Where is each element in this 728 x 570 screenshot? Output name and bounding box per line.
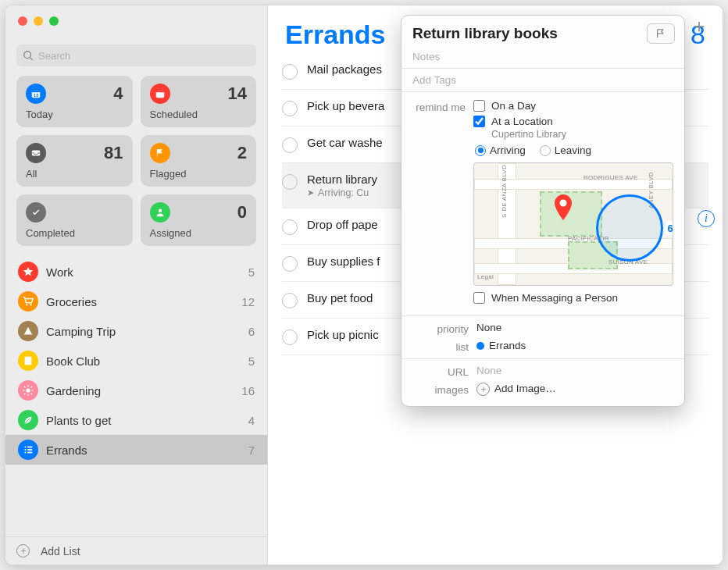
- list-title: Errands: [285, 20, 386, 50]
- sun-icon: [18, 380, 38, 401]
- svg-point-22: [24, 451, 26, 453]
- svg-rect-25: [27, 452, 32, 454]
- leaf-icon: [18, 410, 38, 430]
- svg-point-26: [560, 200, 567, 207]
- sidebar-item-book-club[interactable]: Book Club5: [5, 346, 267, 376]
- list-item-label: Plants to get: [46, 414, 111, 427]
- minimize-icon[interactable]: [34, 16, 43, 26]
- radius-distance: 670 feet: [666, 221, 673, 236]
- list-item-count: 16: [241, 384, 255, 397]
- arriving-radio[interactable]: Arriving: [475, 144, 526, 156]
- sidebar: Search 13 4 Today 14 Scheduled: [5, 5, 268, 565]
- location-name: Cupertino Library: [491, 129, 673, 140]
- complete-toggle[interactable]: [282, 293, 298, 308]
- details-title[interactable]: Return library books: [412, 25, 641, 42]
- on-a-day-checkbox[interactable]: On a Day: [473, 100, 673, 112]
- complete-toggle[interactable]: [282, 64, 298, 80]
- at-location-label: At a Location: [491, 116, 553, 127]
- new-reminder-button[interactable]: ＋: [690, 13, 708, 38]
- location-map[interactable]: S DE ANZA BLVD RODRIGUES AVE ANEY BLVD P…: [473, 162, 673, 286]
- reminders-window: Search 13 4 Today 14 Scheduled: [5, 5, 723, 565]
- list-item-label: Camping Trip: [46, 325, 116, 338]
- images-label: images: [412, 383, 476, 396]
- list-color-dot-icon: [476, 342, 484, 350]
- svg-point-21: [24, 449, 26, 451]
- legal-label: Legal: [477, 273, 494, 280]
- sidebar-item-groceries[interactable]: Groceries12: [5, 287, 267, 316]
- list-item-count: 5: [248, 265, 255, 279]
- sidebar-item-plants-to-get[interactable]: Plants to get4: [5, 405, 267, 435]
- tile-flagged-label: Flagged: [150, 168, 248, 181]
- priority-label: priority: [412, 322, 476, 335]
- window-controls: [5, 5, 267, 37]
- complete-toggle[interactable]: [282, 174, 298, 190]
- search-placeholder: Search: [38, 50, 70, 62]
- list-item-label: Groceries: [46, 295, 97, 308]
- priority-value[interactable]: None: [476, 322, 673, 335]
- complete-toggle[interactable]: [282, 219, 298, 235]
- flag-button[interactable]: [647, 23, 675, 44]
- url-value[interactable]: None: [476, 365, 673, 378]
- cart-icon: [18, 291, 38, 312]
- close-icon[interactable]: [18, 16, 27, 26]
- list-item-label: Errands: [46, 444, 87, 457]
- list-item-count: 7: [248, 444, 255, 457]
- flag-icon: [150, 143, 170, 163]
- list-field-value[interactable]: Errands: [476, 340, 673, 353]
- leaving-label: Leaving: [555, 144, 591, 156]
- tile-today[interactable]: 13 4 Today: [16, 76, 133, 127]
- info-icon[interactable]: i: [698, 210, 715, 227]
- list-item-count: 6: [248, 325, 255, 338]
- checkbox-icon[interactable]: [473, 116, 485, 127]
- tile-scheduled[interactable]: 14 Scheduled: [141, 76, 257, 127]
- when-messaging-checkbox[interactable]: When Messaging a Person: [473, 292, 673, 304]
- map-pin-icon: [554, 194, 573, 221]
- tile-flagged[interactable]: 2 Flagged: [141, 135, 257, 187]
- leaving-radio[interactable]: Leaving: [540, 144, 591, 156]
- sidebar-item-errands[interactable]: Errands7: [5, 435, 267, 465]
- svg-line-18: [31, 387, 33, 388]
- geofence-radius[interactable]: [596, 194, 663, 262]
- tile-today-label: Today: [26, 109, 123, 122]
- tile-all[interactable]: 81 All: [16, 135, 133, 187]
- complete-toggle[interactable]: [282, 330, 298, 345]
- tile-assigned-count: 0: [237, 202, 247, 224]
- tile-completed[interactable]: Completed: [16, 194, 133, 246]
- svg-point-20: [24, 446, 26, 447]
- notes-field[interactable]: Notes: [412, 51, 673, 62]
- search-input[interactable]: Search: [16, 45, 256, 66]
- add-image-button[interactable]: ＋Add Image…: [476, 383, 673, 396]
- list-item-label: Work: [46, 265, 73, 279]
- tile-scheduled-label: Scheduled: [150, 109, 248, 122]
- checkbox-icon[interactable]: [473, 100, 485, 112]
- list-item-count: 4: [248, 414, 255, 427]
- list-field-label: list: [412, 340, 476, 353]
- complete-toggle[interactable]: [282, 256, 298, 272]
- tile-assigned[interactable]: 0 Assigned: [141, 194, 257, 246]
- list-item-count: 5: [248, 354, 255, 368]
- complete-toggle[interactable]: [282, 101, 298, 116]
- flag-icon: [655, 28, 666, 39]
- list-item-label: Book Club: [46, 354, 100, 368]
- maximize-icon[interactable]: [49, 16, 59, 26]
- details-popover: Return library books Notes Add Tags remi…: [401, 15, 685, 407]
- sidebar-item-work[interactable]: Work5: [5, 257, 267, 287]
- location-icon: [307, 189, 315, 197]
- plus-circle-icon: ＋: [476, 383, 490, 396]
- tile-today-count: 4: [113, 84, 123, 105]
- add-list-label: Add List: [41, 545, 80, 558]
- at-location-checkbox[interactable]: At a Location: [473, 116, 673, 127]
- checkbox-icon[interactable]: [473, 292, 485, 304]
- radio-icon: [475, 145, 486, 156]
- svg-line-16: [24, 387, 26, 388]
- tile-all-count: 81: [104, 143, 123, 165]
- svg-rect-6: [155, 91, 164, 93]
- sidebar-item-camping-trip[interactable]: Camping Trip6: [5, 316, 267, 346]
- svg-rect-23: [27, 447, 32, 448]
- book-icon: [18, 351, 38, 371]
- sidebar-item-gardening[interactable]: Gardening16: [5, 376, 267, 405]
- add-list-button[interactable]: ＋ Add List: [5, 536, 267, 565]
- complete-toggle[interactable]: [282, 137, 298, 153]
- person-icon: [150, 202, 170, 223]
- tags-field[interactable]: Add Tags: [412, 74, 673, 86]
